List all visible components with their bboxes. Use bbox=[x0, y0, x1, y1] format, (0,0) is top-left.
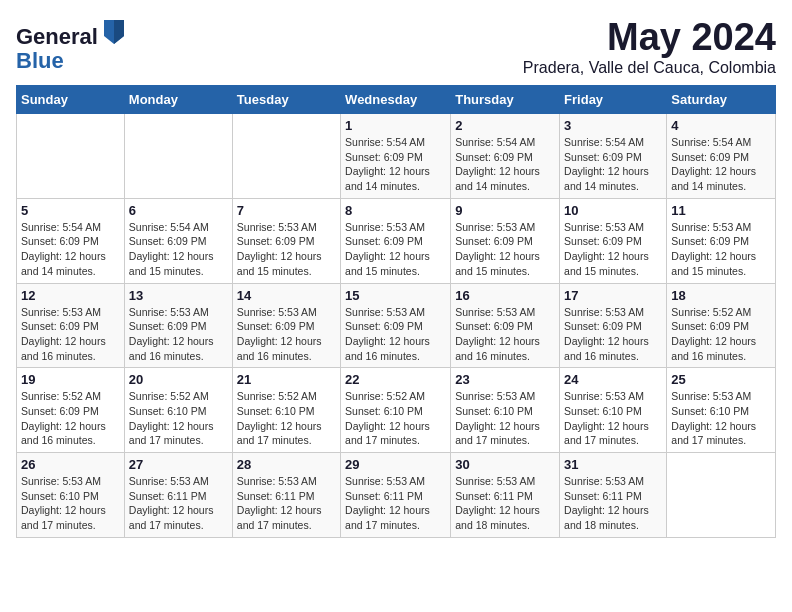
calendar-cell: 19Sunrise: 5:52 AM Sunset: 6:09 PM Dayli… bbox=[17, 368, 125, 453]
day-number: 9 bbox=[455, 203, 555, 218]
day-info: Sunrise: 5:54 AM Sunset: 6:09 PM Dayligh… bbox=[21, 220, 120, 279]
header-day-monday: Monday bbox=[124, 86, 232, 114]
day-info: Sunrise: 5:54 AM Sunset: 6:09 PM Dayligh… bbox=[129, 220, 228, 279]
day-number: 11 bbox=[671, 203, 771, 218]
calendar-cell: 6Sunrise: 5:54 AM Sunset: 6:09 PM Daylig… bbox=[124, 198, 232, 283]
day-number: 12 bbox=[21, 288, 120, 303]
calendar-cell: 5Sunrise: 5:54 AM Sunset: 6:09 PM Daylig… bbox=[17, 198, 125, 283]
day-number: 22 bbox=[345, 372, 446, 387]
day-number: 8 bbox=[345, 203, 446, 218]
calendar-cell: 17Sunrise: 5:53 AM Sunset: 6:09 PM Dayli… bbox=[560, 283, 667, 368]
calendar-cell: 3Sunrise: 5:54 AM Sunset: 6:09 PM Daylig… bbox=[560, 114, 667, 199]
day-info: Sunrise: 5:54 AM Sunset: 6:09 PM Dayligh… bbox=[564, 135, 662, 194]
calendar-cell: 18Sunrise: 5:52 AM Sunset: 6:09 PM Dayli… bbox=[667, 283, 776, 368]
calendar-cell bbox=[17, 114, 125, 199]
day-number: 5 bbox=[21, 203, 120, 218]
svg-marker-1 bbox=[114, 20, 124, 44]
day-info: Sunrise: 5:52 AM Sunset: 6:09 PM Dayligh… bbox=[21, 389, 120, 448]
calendar-cell: 28Sunrise: 5:53 AM Sunset: 6:11 PM Dayli… bbox=[232, 453, 340, 538]
day-number: 25 bbox=[671, 372, 771, 387]
header-day-tuesday: Tuesday bbox=[232, 86, 340, 114]
calendar-cell: 7Sunrise: 5:53 AM Sunset: 6:09 PM Daylig… bbox=[232, 198, 340, 283]
day-number: 29 bbox=[345, 457, 446, 472]
day-info: Sunrise: 5:54 AM Sunset: 6:09 PM Dayligh… bbox=[455, 135, 555, 194]
calendar-cell: 22Sunrise: 5:52 AM Sunset: 6:10 PM Dayli… bbox=[341, 368, 451, 453]
day-info: Sunrise: 5:53 AM Sunset: 6:09 PM Dayligh… bbox=[129, 305, 228, 364]
day-number: 6 bbox=[129, 203, 228, 218]
calendar-cell: 27Sunrise: 5:53 AM Sunset: 6:11 PM Dayli… bbox=[124, 453, 232, 538]
calendar-cell: 2Sunrise: 5:54 AM Sunset: 6:09 PM Daylig… bbox=[451, 114, 560, 199]
calendar-cell: 1Sunrise: 5:54 AM Sunset: 6:09 PM Daylig… bbox=[341, 114, 451, 199]
day-info: Sunrise: 5:54 AM Sunset: 6:09 PM Dayligh… bbox=[671, 135, 771, 194]
header-day-wednesday: Wednesday bbox=[341, 86, 451, 114]
day-info: Sunrise: 5:53 AM Sunset: 6:10 PM Dayligh… bbox=[564, 389, 662, 448]
day-number: 4 bbox=[671, 118, 771, 133]
day-info: Sunrise: 5:54 AM Sunset: 6:09 PM Dayligh… bbox=[345, 135, 446, 194]
calendar-cell: 10Sunrise: 5:53 AM Sunset: 6:09 PM Dayli… bbox=[560, 198, 667, 283]
day-number: 1 bbox=[345, 118, 446, 133]
day-number: 3 bbox=[564, 118, 662, 133]
calendar-week-5: 26Sunrise: 5:53 AM Sunset: 6:10 PM Dayli… bbox=[17, 453, 776, 538]
day-info: Sunrise: 5:53 AM Sunset: 6:09 PM Dayligh… bbox=[455, 220, 555, 279]
day-info: Sunrise: 5:53 AM Sunset: 6:11 PM Dayligh… bbox=[345, 474, 446, 533]
day-number: 18 bbox=[671, 288, 771, 303]
day-number: 21 bbox=[237, 372, 336, 387]
day-number: 24 bbox=[564, 372, 662, 387]
calendar-cell: 24Sunrise: 5:53 AM Sunset: 6:10 PM Dayli… bbox=[560, 368, 667, 453]
day-number: 2 bbox=[455, 118, 555, 133]
logo-blue-text: Blue bbox=[16, 48, 64, 73]
day-number: 31 bbox=[564, 457, 662, 472]
title-block: May 2024 Pradera, Valle del Cauca, Colom… bbox=[523, 16, 776, 77]
day-info: Sunrise: 5:53 AM Sunset: 6:09 PM Dayligh… bbox=[237, 305, 336, 364]
day-number: 26 bbox=[21, 457, 120, 472]
day-info: Sunrise: 5:53 AM Sunset: 6:09 PM Dayligh… bbox=[671, 220, 771, 279]
logo-icon bbox=[100, 16, 128, 44]
calendar-cell bbox=[124, 114, 232, 199]
calendar-cell: 26Sunrise: 5:53 AM Sunset: 6:10 PM Dayli… bbox=[17, 453, 125, 538]
day-info: Sunrise: 5:53 AM Sunset: 6:09 PM Dayligh… bbox=[564, 220, 662, 279]
day-info: Sunrise: 5:52 AM Sunset: 6:10 PM Dayligh… bbox=[129, 389, 228, 448]
day-info: Sunrise: 5:53 AM Sunset: 6:10 PM Dayligh… bbox=[671, 389, 771, 448]
day-number: 28 bbox=[237, 457, 336, 472]
calendar-week-3: 12Sunrise: 5:53 AM Sunset: 6:09 PM Dayli… bbox=[17, 283, 776, 368]
calendar-week-1: 1Sunrise: 5:54 AM Sunset: 6:09 PM Daylig… bbox=[17, 114, 776, 199]
day-number: 7 bbox=[237, 203, 336, 218]
day-info: Sunrise: 5:53 AM Sunset: 6:09 PM Dayligh… bbox=[345, 220, 446, 279]
day-info: Sunrise: 5:53 AM Sunset: 6:09 PM Dayligh… bbox=[345, 305, 446, 364]
calendar-cell: 11Sunrise: 5:53 AM Sunset: 6:09 PM Dayli… bbox=[667, 198, 776, 283]
calendar-cell: 20Sunrise: 5:52 AM Sunset: 6:10 PM Dayli… bbox=[124, 368, 232, 453]
calendar-body: 1Sunrise: 5:54 AM Sunset: 6:09 PM Daylig… bbox=[17, 114, 776, 538]
calendar-cell bbox=[232, 114, 340, 199]
day-number: 23 bbox=[455, 372, 555, 387]
day-number: 19 bbox=[21, 372, 120, 387]
day-number: 27 bbox=[129, 457, 228, 472]
day-info: Sunrise: 5:53 AM Sunset: 6:09 PM Dayligh… bbox=[564, 305, 662, 364]
day-info: Sunrise: 5:53 AM Sunset: 6:10 PM Dayligh… bbox=[21, 474, 120, 533]
calendar-cell: 31Sunrise: 5:53 AM Sunset: 6:11 PM Dayli… bbox=[560, 453, 667, 538]
day-info: Sunrise: 5:52 AM Sunset: 6:09 PM Dayligh… bbox=[671, 305, 771, 364]
calendar-cell: 14Sunrise: 5:53 AM Sunset: 6:09 PM Dayli… bbox=[232, 283, 340, 368]
day-number: 17 bbox=[564, 288, 662, 303]
day-number: 13 bbox=[129, 288, 228, 303]
day-number: 14 bbox=[237, 288, 336, 303]
day-info: Sunrise: 5:53 AM Sunset: 6:09 PM Dayligh… bbox=[237, 220, 336, 279]
day-info: Sunrise: 5:53 AM Sunset: 6:10 PM Dayligh… bbox=[455, 389, 555, 448]
calendar-week-4: 19Sunrise: 5:52 AM Sunset: 6:09 PM Dayli… bbox=[17, 368, 776, 453]
calendar-cell: 25Sunrise: 5:53 AM Sunset: 6:10 PM Dayli… bbox=[667, 368, 776, 453]
header-day-saturday: Saturday bbox=[667, 86, 776, 114]
logo-general-text: General bbox=[16, 24, 98, 49]
calendar-cell: 8Sunrise: 5:53 AM Sunset: 6:09 PM Daylig… bbox=[341, 198, 451, 283]
calendar-cell: 4Sunrise: 5:54 AM Sunset: 6:09 PM Daylig… bbox=[667, 114, 776, 199]
calendar-cell: 30Sunrise: 5:53 AM Sunset: 6:11 PM Dayli… bbox=[451, 453, 560, 538]
calendar-cell: 21Sunrise: 5:52 AM Sunset: 6:10 PM Dayli… bbox=[232, 368, 340, 453]
day-info: Sunrise: 5:53 AM Sunset: 6:09 PM Dayligh… bbox=[455, 305, 555, 364]
calendar-cell: 23Sunrise: 5:53 AM Sunset: 6:10 PM Dayli… bbox=[451, 368, 560, 453]
calendar-week-2: 5Sunrise: 5:54 AM Sunset: 6:09 PM Daylig… bbox=[17, 198, 776, 283]
header-day-friday: Friday bbox=[560, 86, 667, 114]
day-info: Sunrise: 5:52 AM Sunset: 6:10 PM Dayligh… bbox=[237, 389, 336, 448]
day-info: Sunrise: 5:53 AM Sunset: 6:11 PM Dayligh… bbox=[237, 474, 336, 533]
day-info: Sunrise: 5:53 AM Sunset: 6:11 PM Dayligh… bbox=[455, 474, 555, 533]
day-info: Sunrise: 5:53 AM Sunset: 6:09 PM Dayligh… bbox=[21, 305, 120, 364]
calendar-cell: 13Sunrise: 5:53 AM Sunset: 6:09 PM Dayli… bbox=[124, 283, 232, 368]
calendar-table: SundayMondayTuesdayWednesdayThursdayFrid… bbox=[16, 85, 776, 538]
